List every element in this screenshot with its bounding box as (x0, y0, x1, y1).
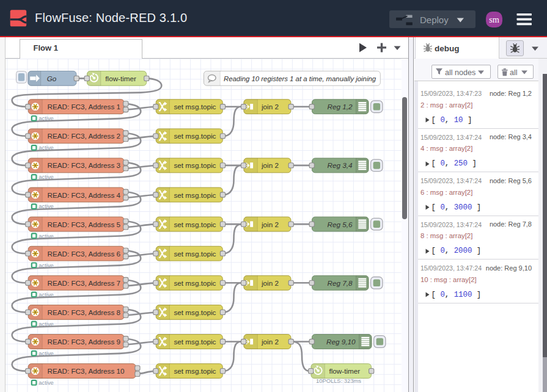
svg-text:Reg 9,10: Reg 9,10 (326, 338, 356, 346)
svg-text:set msg.topic: set msg.topic (174, 367, 216, 375)
svg-text:READ: FC3, Address 2: READ: FC3, Address 2 (48, 132, 121, 140)
svg-text:active: active (39, 232, 53, 239)
svg-text:set msg.topic: set msg.topic (174, 191, 216, 198)
svg-text:set msg.topic: set msg.topic (174, 161, 216, 169)
svg-text:Reg 1,2: Reg 1,2 (328, 103, 353, 111)
svg-text:set msg.topic: set msg.topic (174, 308, 216, 316)
svg-text:set msg.topic: set msg.topic (174, 278, 216, 286)
svg-text:active: active (39, 291, 53, 297)
svg-text:READ: FC3, Address 5: READ: FC3, Address 5 (48, 220, 121, 228)
svg-text:Reg 7,8: Reg 7,8 (328, 278, 353, 286)
svg-text:debug: debug (435, 44, 460, 53)
svg-text:READ: FC3, Address 10: READ: FC3, Address 10 (48, 367, 125, 375)
svg-text:set msg.topic: set msg.topic (174, 249, 216, 257)
svg-text:READ: FC3, Address 4: READ: FC3, Address 4 (48, 191, 121, 198)
svg-text:Go: Go (47, 74, 57, 82)
svg-text:READ: FC3, Address 6: READ: FC3, Address 6 (48, 249, 121, 257)
svg-text:active: active (39, 173, 53, 180)
svg-text:active: active (39, 203, 53, 209)
svg-text:READ: FC3, Address 7: READ: FC3, Address 7 (48, 278, 121, 286)
svg-text:join 2: join 2 (261, 278, 279, 286)
svg-text:active: active (39, 261, 53, 268)
svg-text:active: active (39, 379, 53, 386)
svg-text:READ: FC3, Address 3: READ: FC3, Address 3 (48, 161, 121, 169)
svg-text:join 2: join 2 (261, 338, 279, 346)
svg-text:READ: FC3, Address 8: READ: FC3, Address 8 (48, 308, 121, 316)
svg-text:Reg 5,6: Reg 5,6 (328, 220, 353, 228)
svg-text:join 2: join 2 (261, 161, 279, 169)
svg-text:10POLLS: 323ms: 10POLLS: 323ms (316, 377, 361, 384)
svg-text:Reg 3,4: Reg 3,4 (328, 161, 353, 169)
svg-text:join 2: join 2 (261, 103, 279, 111)
svg-text:set msg.topic: set msg.topic (174, 338, 216, 346)
svg-text:Reading 10 registers 1 at a ti: Reading 10 registers 1 at a time, manual… (224, 74, 376, 82)
svg-text:join 2: join 2 (261, 220, 279, 228)
svg-text:set msg.topic: set msg.topic (174, 103, 216, 111)
svg-text:all: all (510, 68, 518, 76)
svg-text:active: active (39, 144, 53, 151)
svg-text:flow-timer: flow-timer (105, 74, 136, 82)
svg-text:all nodes: all nodes (445, 68, 475, 76)
svg-text:set msg.topic: set msg.topic (174, 220, 216, 228)
svg-text:set msg.topic: set msg.topic (174, 132, 216, 140)
svg-text:READ: FC3, Address 9: READ: FC3, Address 9 (48, 338, 121, 346)
svg-text:active: active (39, 115, 53, 122)
svg-text:flow-timer: flow-timer (329, 367, 360, 375)
svg-text:active: active (39, 350, 53, 357)
svg-text:active: active (39, 320, 53, 327)
svg-text:READ: FC3, Address 1: READ: FC3, Address 1 (48, 103, 121, 111)
